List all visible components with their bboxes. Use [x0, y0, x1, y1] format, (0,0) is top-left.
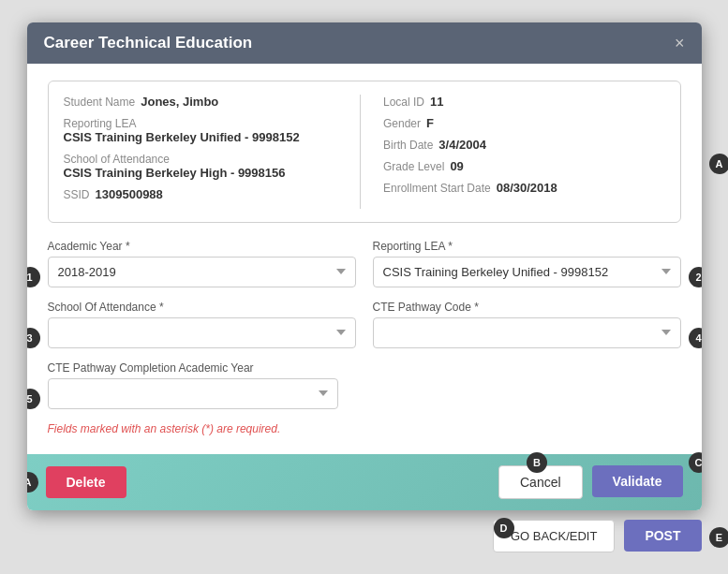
- reporting-lea-group: Reporting LEA * CSIS Training Berkeley U…: [373, 240, 681, 287]
- academic-year-label: Academic Year *: [48, 240, 356, 253]
- grade-level-row: Grade Level 09: [383, 159, 665, 173]
- school-attendance-label: School Of Attendance *: [48, 301, 356, 314]
- delete-button[interactable]: Delete: [46, 466, 126, 498]
- grade-level-value: 09: [450, 159, 463, 173]
- birth-date-row: Birth Date 3/4/2004: [383, 138, 665, 152]
- circle-label-c: C: [689, 452, 702, 473]
- validate-button[interactable]: Validate: [592, 465, 683, 497]
- student-info-card: Student Name Jones, Jimbo Reporting LEA …: [48, 81, 681, 223]
- local-id-label: Local ID: [383, 96, 424, 109]
- cte-completion-group: CTE Pathway Completion Academic Year: [48, 361, 338, 409]
- ssid-value: 1309500988: [96, 187, 163, 201]
- reporting-lea-label: Reporting LEA: [64, 117, 137, 130]
- circle-label-a-bot: A: [27, 472, 38, 493]
- reporting-lea-value: CSIS Training Berkeley Unified - 9998152: [64, 130, 346, 144]
- school-label: School of Attendance: [64, 153, 170, 166]
- gender-row: Gender F: [383, 116, 665, 130]
- school-attendance-select[interactable]: [48, 317, 356, 348]
- footer-right-actions: B Cancel C Validate: [498, 465, 683, 499]
- cte-completion-select[interactable]: [48, 378, 338, 409]
- school-value: CSIS Training Berkeley High - 9998156: [64, 166, 346, 180]
- modal-dialog: Career Technical Education × Student Nam…: [27, 22, 702, 510]
- circle-label-2: 2: [689, 267, 702, 287]
- circle-label-b: B: [527, 452, 547, 473]
- close-button[interactable]: ×: [675, 35, 685, 52]
- ssid-row: SSID 1309500988: [64, 187, 346, 201]
- reporting-lea-form-label: Reporting LEA *: [373, 240, 681, 253]
- modal-header: Career Technical Education ×: [27, 22, 702, 64]
- circle-label-3: 3: [27, 328, 40, 348]
- required-note: Fields marked with an asterisk (*) are r…: [48, 422, 681, 435]
- school-row: School of Attendance CSIS Training Berke…: [64, 152, 346, 180]
- student-info-right: Local ID 11 Gender F Birth Date 3/4/2004…: [379, 95, 665, 209]
- circle-label-5: 5: [27, 389, 40, 409]
- reporting-lea-select[interactable]: CSIS Training Berkeley Unified - 9998152: [373, 257, 681, 287]
- student-name-value: Jones, Jimbo: [141, 95, 218, 109]
- form-row-2: 3 School Of Attendance * CTE Pathway Cod…: [48, 301, 681, 348]
- circle-label-e: E: [709, 527, 729, 548]
- form-row-3: 5 CTE Pathway Completion Academic Year: [48, 361, 681, 409]
- circle-label-d: D: [494, 518, 514, 538]
- school-attendance-group: School Of Attendance *: [48, 301, 356, 348]
- post-button[interactable]: POST: [624, 520, 701, 552]
- student-name-label: Student Name: [64, 96, 136, 109]
- modal-body: Student Name Jones, Jimbo Reporting LEA …: [27, 64, 702, 454]
- enrollment-start-value: 08/30/2018: [497, 181, 557, 195]
- gender-value: F: [426, 116, 434, 130]
- enrollment-start-row: Enrollment Start Date 08/30/2018: [383, 181, 665, 195]
- cte-pathway-label: CTE Pathway Code *: [373, 301, 681, 314]
- birth-date-value: 3/4/2004: [438, 138, 486, 152]
- form-row-1: 1 Academic Year * 2018-2019 Reporting LE…: [48, 240, 681, 287]
- enrollment-start-label: Enrollment Start Date: [383, 182, 491, 195]
- circle-label-a-top: A: [709, 154, 729, 174]
- local-id-row: Local ID 11: [383, 95, 665, 109]
- grade-level-label: Grade Level: [383, 160, 444, 173]
- academic-year-select[interactable]: 2018-2019: [48, 257, 356, 287]
- cte-pathway-group: CTE Pathway Code *: [373, 301, 681, 348]
- birth-date-label: Birth Date: [383, 139, 433, 152]
- local-id-value: 11: [430, 95, 443, 109]
- reporting-lea-row: Reporting LEA CSIS Training Berkeley Uni…: [64, 116, 346, 144]
- cte-completion-label: CTE Pathway Completion Academic Year: [48, 361, 338, 375]
- bottom-action-row: D GO BACK/EDIT E POST: [27, 510, 702, 552]
- ssid-label: SSID: [64, 188, 90, 201]
- gender-label: Gender: [383, 117, 421, 130]
- circle-label-4: 4: [689, 328, 702, 348]
- modal-title: Career Technical Education: [44, 34, 253, 52]
- student-info-left: Student Name Jones, Jimbo Reporting LEA …: [64, 95, 362, 209]
- cte-pathway-select[interactable]: [373, 317, 681, 348]
- modal-footer: A Delete B Cancel C Validate: [27, 454, 702, 510]
- student-name-row: Student Name Jones, Jimbo: [64, 95, 346, 109]
- circle-label-1: 1: [27, 267, 40, 287]
- academic-year-group: Academic Year * 2018-2019: [48, 240, 356, 287]
